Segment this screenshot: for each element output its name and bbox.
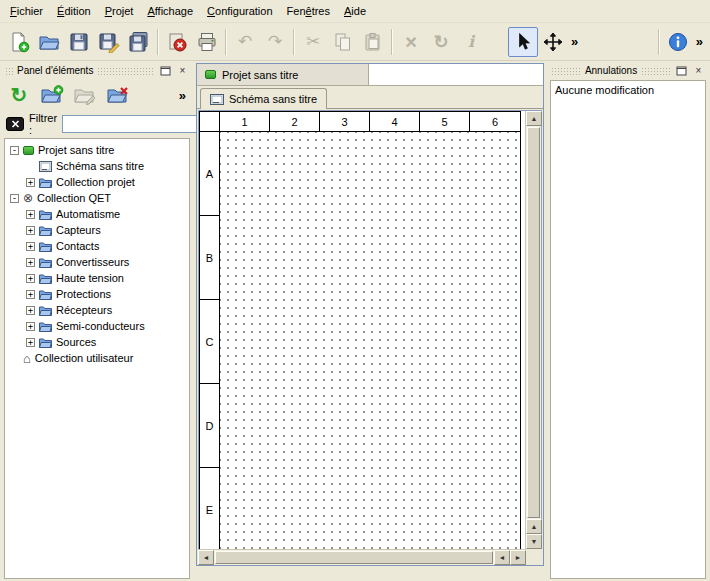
- float-dock-button[interactable]: [159, 65, 172, 77]
- expand-expander-icon[interactable]: +: [26, 338, 35, 347]
- menu-configuration[interactable]: Configuration: [200, 0, 279, 22]
- save-as-button[interactable]: [94, 27, 124, 57]
- dock-handle[interactable]: [5, 67, 13, 75]
- project-window: Projet sans titre Schéma sans titre 1: [196, 63, 544, 566]
- tree-item-recepteurs[interactable]: + Récepteurs: [5, 302, 189, 318]
- scroll-left-icon[interactable]: ◄: [198, 550, 214, 565]
- open-project-button[interactable]: [34, 27, 64, 57]
- delete-element-button[interactable]: [104, 81, 132, 109]
- elements-panel-title: Panel d'éléments: [17, 65, 93, 76]
- new-document-button[interactable]: [4, 27, 34, 57]
- tree-item-semi-conducteurs[interactable]: + Semi-conducteurs: [5, 318, 189, 334]
- undo-panel-titlebar[interactable]: Annulations ×: [548, 63, 708, 78]
- collapse-expander-icon[interactable]: -: [10, 146, 19, 155]
- close-file-icon: [166, 31, 188, 53]
- tree-item-sources[interactable]: + Sources: [5, 334, 189, 350]
- expand-expander-icon[interactable]: +: [26, 306, 35, 315]
- diagram-sheet[interactable]: 1 2 3 4 5 6 A B C D E: [199, 111, 521, 549]
- diagram-tabbar: Schéma sans titre: [197, 86, 543, 109]
- folder-icon: [39, 305, 52, 316]
- tree-item-haute-tension[interactable]: + Haute tension: [5, 270, 189, 286]
- tree-item-label: Semi-conducteurs: [56, 320, 145, 332]
- expand-expander-icon[interactable]: +: [26, 258, 35, 267]
- close-file-button[interactable]: [162, 27, 192, 57]
- filter-input[interactable]: [62, 115, 212, 133]
- diagram-tab[interactable]: Schéma sans titre: [200, 88, 327, 109]
- expand-expander-icon[interactable]: +: [26, 226, 35, 235]
- cut-button: ✂: [298, 27, 328, 57]
- scroll-up-icon[interactable]: ▲: [526, 519, 542, 534]
- menu-affichage[interactable]: Affichage: [140, 0, 200, 22]
- tree-item-collection-utilisateur[interactable]: ⌂ Collection utilisateur: [5, 350, 189, 366]
- expand-expander-icon[interactable]: +: [26, 290, 35, 299]
- undo-history-list[interactable]: Aucune modification: [550, 80, 706, 579]
- home-icon: ⌂: [23, 352, 31, 365]
- expand-expander-icon[interactable]: +: [26, 178, 35, 187]
- save-all-button[interactable]: [124, 27, 154, 57]
- tree-item-convertisseurs[interactable]: + Convertisseurs: [5, 254, 189, 270]
- vertical-scroll-thumb[interactable]: [527, 127, 540, 518]
- collapse-expander-icon[interactable]: -: [10, 194, 19, 203]
- tree-item-schema[interactable]: Schéma sans titre: [5, 158, 189, 174]
- horizontal-scroll-track[interactable]: [214, 550, 494, 565]
- scroll-left-icon[interactable]: ◄: [494, 550, 510, 565]
- menu-edition[interactable]: Édition: [50, 0, 98, 22]
- diagram-tab-label: Schéma sans titre: [229, 93, 317, 105]
- diagram-viewport[interactable]: 1 2 3 4 5 6 A B C D E: [199, 111, 525, 549]
- print-button[interactable]: [192, 27, 222, 57]
- toolbar-overflow-icon[interactable]: »: [568, 34, 581, 49]
- new-element-icon: [40, 84, 64, 106]
- project-window-titlebar[interactable]: Projet sans titre: [197, 64, 543, 86]
- reload-collections-button[interactable]: ↻: [5, 81, 33, 109]
- about-button[interactable]: [663, 27, 693, 57]
- dock-handle[interactable]: [641, 67, 671, 75]
- scroll-up-icon[interactable]: ▲: [526, 111, 542, 126]
- undo-list-item[interactable]: Aucune modification: [554, 83, 702, 97]
- elements-tree[interactable]: - Projet sans titre Schéma sans titre + …: [4, 138, 190, 579]
- folder-icon: [39, 225, 52, 236]
- panel-toolbar-overflow-icon[interactable]: »: [176, 88, 189, 103]
- expand-expander-icon[interactable]: +: [26, 242, 35, 251]
- tree-item-protections[interactable]: + Protections: [5, 286, 189, 302]
- tree-item-collection-projet[interactable]: + Collection projet: [5, 174, 189, 190]
- close-dock-button[interactable]: ×: [692, 65, 705, 77]
- toolbar-overflow-right-icon[interactable]: »: [693, 34, 706, 49]
- expand-expander-icon[interactable]: +: [26, 322, 35, 331]
- scroll-right-icon[interactable]: ►: [510, 550, 526, 565]
- expand-expander-icon[interactable]: +: [26, 210, 35, 219]
- pan-mode-button[interactable]: [538, 27, 568, 57]
- tree-item-contacts[interactable]: + Contacts: [5, 238, 189, 254]
- diagram-grid[interactable]: [220, 132, 520, 549]
- menu-fenetres[interactable]: Fenêtres: [280, 0, 337, 22]
- menu-projet[interactable]: Projet: [98, 0, 141, 22]
- tree-item-automatisme[interactable]: + Automatisme: [5, 206, 189, 222]
- menu-fichier[interactable]: Fichier: [3, 0, 50, 22]
- move-arrows-icon: [542, 31, 564, 53]
- dock-handle[interactable]: [97, 67, 155, 75]
- horizontal-scrollbar[interactable]: ◄ ◄ ►: [198, 549, 526, 565]
- tree-item-project[interactable]: - Projet sans titre: [5, 142, 189, 158]
- tree-item-collection-qet[interactable]: - ⊗ Collection QET: [5, 190, 189, 206]
- close-dock-button[interactable]: ×: [176, 65, 189, 77]
- horizontal-scroll-thumb[interactable]: [215, 551, 493, 564]
- folder-icon: [39, 177, 52, 188]
- expand-expander-icon[interactable]: +: [26, 274, 35, 283]
- vertical-scroll-track[interactable]: [526, 126, 541, 519]
- elements-panel-titlebar[interactable]: Panel d'éléments ×: [2, 63, 192, 78]
- select-mode-button[interactable]: [508, 27, 538, 57]
- menu-aide[interactable]: Aide: [337, 0, 373, 22]
- scroll-down-icon[interactable]: ▼: [526, 534, 542, 549]
- float-dock-button[interactable]: [675, 65, 688, 77]
- dock-handle[interactable]: [551, 67, 581, 75]
- tree-item-capteurs[interactable]: + Capteurs: [5, 222, 189, 238]
- save-button[interactable]: [64, 27, 94, 57]
- save-as-icon: [98, 31, 120, 53]
- vertical-scrollbar[interactable]: ▲ ▲ ▼: [525, 111, 541, 549]
- select-arrow-icon: [512, 31, 534, 53]
- project-window-tab[interactable]: Projet sans titre: [197, 64, 369, 85]
- menu-bar: Fichier Édition Projet Affichage Configu…: [0, 0, 710, 23]
- row-header: E: [200, 468, 220, 549]
- clear-filter-button[interactable]: [6, 117, 24, 131]
- new-element-button[interactable]: [38, 81, 66, 109]
- filter-row: Filtrer :: [2, 112, 192, 136]
